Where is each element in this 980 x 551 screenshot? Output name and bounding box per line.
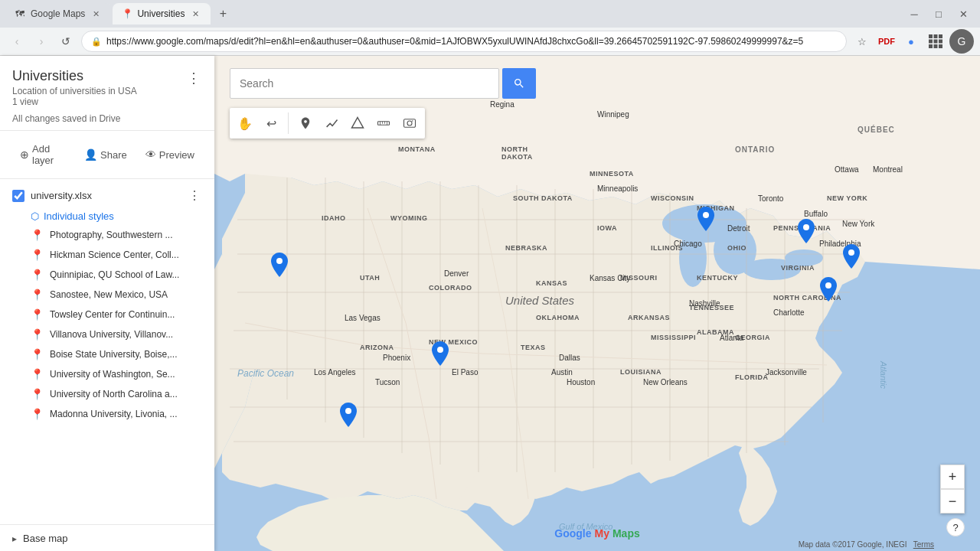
location-item[interactable]: 📍 University of North Carolina a... [0,384,214,404]
location-item[interactable]: 📍 Boise State University, Boise,... [0,344,214,364]
layer-header: university.xlsx ⋮ [0,179,214,207]
map-search-button[interactable] [502,68,536,99]
new-tab-button[interactable]: + [212,3,234,24]
attribution-text: Map data ©2017 Google, INEGI [799,540,907,549]
add-photo-button[interactable] [397,111,422,135]
svg-point-47 [407,121,412,126]
minimize-button[interactable]: ─ [903,3,925,24]
sidebar-subtitle: Location of universities in USA [12,86,137,96]
tab-close-universities[interactable]: ✕ [189,8,201,20]
sidebar-header: Universities Location of universities in… [0,56,214,131]
map-pin-pin5[interactable] [798,219,815,248]
base-map-expand-icon: ▸ [12,533,17,544]
svg-rect-1 [934,34,938,38]
draw-shape-button[interactable] [345,111,370,135]
tab-title-universities: Universities [137,8,185,19]
location-item[interactable]: 📍 Towsley Center for Continuin... [0,305,214,324]
undo-button[interactable]: ↩ [259,111,283,135]
zoom-out-button[interactable]: − [940,489,965,514]
location-item[interactable]: 📍 Quinnipiac, QU School of Law... [0,265,214,285]
main-layout: Universities Location of universities in… [0,56,980,551]
base-map-section[interactable]: ▸ Base map [0,524,214,551]
zoom-in-button[interactable]: + [940,465,965,489]
base-map-label: Base map [23,533,68,544]
location-pin-icon: 📍 [31,388,44,400]
location-name: Towsley Center for Continuin... [50,309,202,320]
map-zoom-controls: + − [940,465,965,514]
draw-line-button[interactable] [319,111,344,135]
location-name: Sanostee, New Mexico, USA [50,289,202,300]
address-bar[interactable]: 🔒 https://www.google.com/maps/d/edit?hl=… [81,31,847,52]
sidebar-menu-button[interactable]: ⋮ [185,68,202,88]
location-name: Quinnipiac, QU School of Law... [50,269,202,280]
location-pin-icon: 📍 [31,289,44,301]
map-pin-pin7[interactable] [843,244,860,273]
preview-label: Preview [159,149,194,161]
sidebar-meta: 1 view [12,96,137,107]
forward-button[interactable]: › [31,31,52,52]
location-item[interactable]: 📍 Sanostee, New Mexico, USA [0,285,214,305]
tab-close-maps[interactable]: ✕ [90,8,102,20]
svg-rect-41 [378,122,390,126]
close-button[interactable]: ✕ [952,3,974,24]
location-item[interactable]: 📍 University of Washington, Se... [0,364,214,384]
tab-google-maps[interactable]: 🗺 Google Maps ✕ [6,3,111,24]
terms-link[interactable]: Terms [913,540,934,549]
map-help-button[interactable]: ? [946,518,965,536]
location-item[interactable]: 📍 Villanova University, Villanov... [0,324,214,344]
add-layer-button[interactable]: ⊕ Add layer [12,139,74,171]
svg-rect-2 [939,34,942,38]
tab-favicon-universities: 📍 [122,8,132,19]
svg-text:Pacific Ocean: Pacific Ocean [237,368,294,379]
map-pin-pin4[interactable] [697,207,714,236]
share-label: Share [100,149,127,161]
location-item[interactable]: 📍 Photography, Southwestern ... [0,225,214,245]
map-pin-pin3[interactable] [340,403,357,432]
google-apps-button[interactable] [925,31,946,52]
svg-text:Atlantic: Atlantic [879,360,888,390]
sidebar-saved-status: All changes saved in Drive [12,113,202,124]
individual-styles-button[interactable]: ⬡ Individual styles [0,207,214,225]
map-pin-pin6[interactable] [820,277,837,306]
layer-menu-button[interactable]: ⋮ [187,187,202,204]
sidebar: Universities Location of universities in… [0,56,214,551]
pdf-icon[interactable]: PDF [876,31,897,52]
layer-checkbox[interactable] [12,190,24,202]
location-name: Boise State University, Boise,... [50,349,202,360]
svg-rect-8 [939,44,942,48]
location-pin-icon: 📍 [31,249,44,261]
location-name: University of North Carolina a... [50,389,202,399]
svg-point-52 [703,212,709,218]
chrome-extension-icon[interactable]: ● [900,31,922,52]
hand-tool-button[interactable]: ✋ [233,111,257,135]
map-area[interactable]: Pacific Ocean Atlantic Gulf of Mexico ✋ … [214,56,980,551]
maximize-button[interactable]: □ [928,3,949,24]
map-pin-pin2[interactable] [432,341,449,370]
preview-button[interactable]: 👁 Preview [138,144,202,165]
secure-icon: 🔒 [91,37,102,47]
location-pin-icon: 📍 [31,269,44,281]
svg-rect-5 [939,40,942,44]
location-item[interactable]: 📍 Hickman Science Center, Coll... [0,245,214,265]
location-item[interactable]: 📍 Madonna University, Livonia, ... [0,404,214,424]
account-button[interactable]: G [949,29,974,54]
location-name: University of Washington, Se... [50,369,202,380]
tab-favicon-maps: 🗺 [15,8,26,19]
svg-point-54 [825,282,831,289]
add-marker-button[interactable] [293,111,318,135]
map-search-input[interactable] [230,68,499,99]
add-layer-icon: ⊕ [20,148,29,161]
ruler-button[interactable] [371,111,396,135]
svg-marker-40 [352,118,364,129]
share-button[interactable]: 👤 Share [77,144,135,165]
bookmarks-icon[interactable]: ☆ [851,31,873,52]
url-display: https://www.google.com/maps/d/edit?hl=en… [106,36,837,47]
map-pin-pin1[interactable] [271,253,288,282]
toolbar-separator-1 [288,112,289,134]
tab-universities[interactable]: 📍 Universities ✕ [113,3,211,24]
svg-point-49 [276,258,283,264]
map-toolbar: ✋ ↩ [230,108,425,139]
svg-point-11 [679,229,707,287]
reload-button[interactable]: ↺ [55,31,77,52]
back-button[interactable]: ‹ [6,31,28,52]
